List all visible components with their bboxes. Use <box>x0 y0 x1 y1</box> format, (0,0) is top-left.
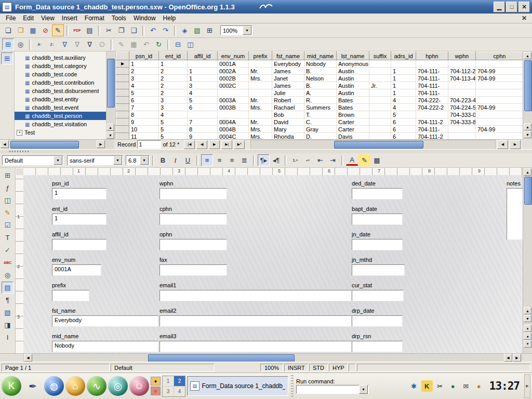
stop-loading-button[interactable]: ⊘ <box>39 24 51 36</box>
document-horizontal-scrollbar[interactable]: ◀ ◀ ▶ <box>0 353 532 362</box>
tray-status-icon[interactable]: ● <box>447 380 459 392</box>
scroll-up-icon[interactable]: ▲ <box>524 168 531 176</box>
email1-input[interactable] <box>159 290 352 301</box>
cell-psn_id[interactable]: 7 <box>129 104 159 111</box>
cell-wphn[interactable]: 704-223-4 <box>448 97 476 104</box>
find-replace-button[interactable]: ◎ <box>2 269 14 281</box>
previous-record-button[interactable]: ◀ <box>196 140 207 149</box>
spellcheck-button[interactable]: ABC <box>2 257 14 269</box>
cell-fst_name[interactable]: Julie <box>272 89 304 97</box>
hyperlink-mode-status[interactable]: HYP <box>329 364 348 371</box>
cell-mid_name[interactable]: Summers <box>304 104 337 111</box>
column-header[interactable]: prefix <box>249 52 272 60</box>
increase-indent-button[interactable]: ⇥ <box>327 154 339 166</box>
cell-env_num[interactable]: 0002C <box>218 82 249 89</box>
insert-mode-status[interactable]: INSRT <box>284 364 308 371</box>
tree-item-person[interactable]: ▦chaddb_test.person <box>15 112 106 120</box>
row-header-corner[interactable] <box>116 52 129 60</box>
cell-fst_name[interactable]: James <box>272 82 304 89</box>
minimize-button[interactable]: ▁ <box>494 2 505 12</box>
cell-affil_id[interactable]: 7 <box>188 118 218 126</box>
cell-prefix[interactable]: Mrs. <box>249 133 272 140</box>
cell-suffix[interactable] <box>369 89 391 97</box>
tree-item-disbursement[interactable]: ▦chaddb_test.disbursement <box>15 87 106 95</box>
prefix-input[interactable] <box>52 290 89 301</box>
cell-adrs_id[interactable]: 6 <box>391 118 416 126</box>
cell-mid_name[interactable]: D. <box>304 133 337 140</box>
cell-lst_name[interactable]: Carter <box>337 118 369 126</box>
column-header[interactable]: env_num <box>218 52 249 60</box>
font-name-combo[interactable]: sans-serif ▼ <box>67 155 123 165</box>
cell-prefix[interactable]: Mr. <box>249 97 272 104</box>
column-header[interactable]: suffix <box>369 52 391 60</box>
data-to-text-button[interactable]: ⊟ <box>172 38 184 50</box>
grid-vertical-scrollbar[interactable]: ▲ ▲ ▼ <box>523 51 532 139</box>
cell-psn_id[interactable]: 11 <box>129 133 159 140</box>
direct-cursor-button[interactable]: I <box>2 331 14 343</box>
bold-button[interactable]: B <box>157 154 169 166</box>
wphn-input[interactable] <box>159 188 227 200</box>
chevron-down-icon[interactable]: ▼ <box>243 26 251 35</box>
remove-filter-button[interactable]: ∅ <box>96 38 108 50</box>
underline-button[interactable]: U <box>182 154 194 166</box>
document-vertical-scrollbar[interactable]: ▲ ▲ ▼ ▴ ● ▾ <box>523 168 532 353</box>
cell-prefix[interactable]: Mrs. <box>249 126 272 133</box>
cell-env_num[interactable]: 0003A <box>218 97 249 104</box>
cell-fst_name[interactable]: Robert <box>272 97 304 104</box>
last-record-button[interactable]: ▶| <box>221 140 232 149</box>
fax-input[interactable] <box>159 264 227 276</box>
bapt_date-input[interactable] <box>352 214 403 225</box>
scroll-right-icon[interactable]: ▶ <box>510 140 521 149</box>
cell-psn_id[interactable]: 4 <box>129 82 159 89</box>
shell-launcher-icon[interactable]: ⌂ <box>65 376 85 396</box>
cell-hphn[interactable]: 704-222- <box>416 97 448 104</box>
cell-cphn[interactable]: 704-99 <box>476 104 524 111</box>
jn_mthd-input[interactable] <box>352 264 405 276</box>
selection-mode-status[interactable]: STD <box>309 364 328 371</box>
ent_id-input[interactable]: 1 <box>52 214 107 225</box>
row-marker[interactable] <box>116 89 129 97</box>
open-button[interactable]: ❒ <box>15 24 26 36</box>
cell-affil_id[interactable]: 4 <box>188 89 218 97</box>
cell-hphn[interactable]: 704-111- <box>416 75 448 82</box>
cell-wphn[interactable] <box>448 60 476 68</box>
cell-adrs_id[interactable]: 1 <box>391 75 416 82</box>
column-header[interactable]: fst_name <box>272 52 304 60</box>
cell-env_num[interactable]: 0004B <box>218 126 249 133</box>
cell-affil_id[interactable] <box>188 60 218 68</box>
cell-wphn[interactable]: 704-112-2 <box>448 68 476 75</box>
ophn-input[interactable] <box>159 239 227 250</box>
table-row[interactable]: 8 4 Bob T. Brown 5 704-333-0 <box>116 111 524 118</box>
cell-psn_id[interactable]: 2 <box>129 68 159 75</box>
cell-suffix[interactable] <box>369 118 391 126</box>
cell-wphn[interactable] <box>448 82 476 89</box>
cell-affil_id[interactable]: 6 <box>188 104 218 111</box>
column-header[interactable]: lst_name <box>337 52 369 60</box>
cell-psn_id[interactable]: 8 <box>129 111 159 118</box>
cell-cphn[interactable] <box>476 82 524 89</box>
justify-button[interactable]: ≣ <box>238 154 250 166</box>
nonprinting-characters-button[interactable]: ¶ <box>2 294 14 306</box>
row-marker[interactable] <box>116 104 129 111</box>
maximize-button[interactable]: □ <box>506 2 517 12</box>
grid-horizontal-scrollbar[interactable] <box>250 140 496 150</box>
row-marker[interactable] <box>116 68 129 75</box>
cell-affil_id[interactable]: 8 <box>188 126 218 133</box>
tree-item-entity[interactable]: ▦chaddb_test.entity <box>15 95 106 103</box>
pager-desktop-1[interactable]: 1 <box>163 376 174 386</box>
cell-adrs_id[interactable]: 5 <box>391 111 416 118</box>
column-header[interactable]: adrs_id <box>391 52 416 60</box>
column-header[interactable]: ent_id <box>159 52 188 60</box>
cell-mid_name[interactable]: A. <box>304 89 337 97</box>
column-header[interactable]: psn_id <box>129 52 159 60</box>
cell-hphn[interactable]: 704-111-2 <box>416 133 448 140</box>
scroll-left-icon[interactable]: ◀ <box>497 140 508 149</box>
cell-env_num[interactable] <box>218 111 249 118</box>
cell-lst_name[interactable]: Bates <box>337 97 369 104</box>
cell-mid_name[interactable]: Nelson <box>304 75 337 82</box>
sort-descending-button[interactable]: Z↓ <box>46 38 58 50</box>
column-header[interactable]: wphn <box>448 52 476 60</box>
scroll-left-icon[interactable]: ◀ <box>24 354 32 362</box>
menu-insert[interactable]: Insert <box>58 14 81 22</box>
standard-filter-button[interactable]: ∇ <box>84 38 96 50</box>
